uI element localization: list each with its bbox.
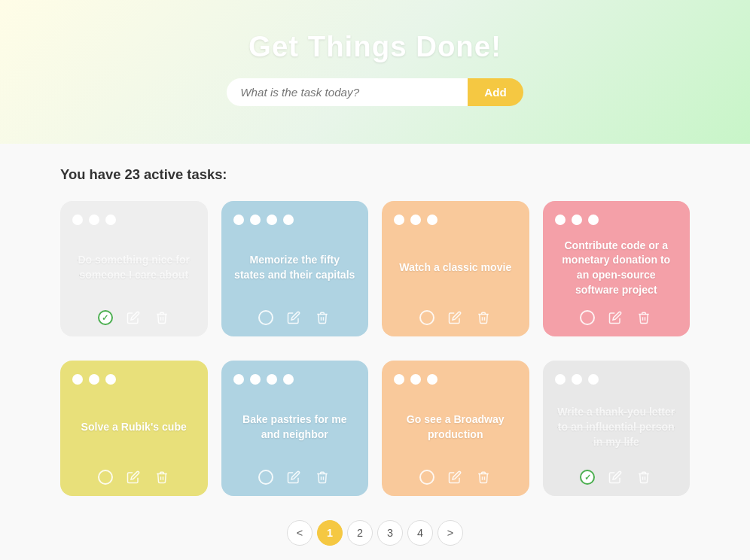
edit-button-6[interactable] <box>285 469 302 485</box>
card-title-4: Contribute code or a monetary donation t… <box>555 236 678 300</box>
card-actions-5 <box>98 469 170 485</box>
active-tasks-label: You have 23 active tasks: <box>60 166 690 183</box>
dot <box>410 215 421 225</box>
task-card-1: Do something nice for someone I care abo… <box>60 201 208 336</box>
card-dots-8 <box>555 374 599 385</box>
card-title-3: Watch a classic movie <box>399 236 511 300</box>
main-content: You have 23 active tasks: Do something n… <box>0 144 750 560</box>
dot <box>105 374 116 385</box>
dot <box>394 374 404 385</box>
edit-button-3[interactable] <box>447 309 463 326</box>
delete-button-5[interactable] <box>154 469 170 485</box>
card-dots-5 <box>72 374 116 385</box>
delete-button-6[interactable] <box>314 469 331 485</box>
prev-page-button[interactable]: < <box>287 520 312 546</box>
card-title-7: Go see a Broadway production <box>394 395 517 460</box>
task-card-6: Bake pastries for me and neighbor <box>221 361 369 496</box>
card-title-6: Bake pastries for me and neighbor <box>233 395 357 460</box>
task-card-7: Go see a Broadway production <box>382 361 529 496</box>
card-dots-1 <box>72 215 116 225</box>
dot <box>105 215 116 225</box>
app-title: Get Things Done! <box>15 30 735 63</box>
task-card-8: Write a thank-you letter to an influenti… <box>543 361 691 496</box>
card-dots-4 <box>555 215 599 225</box>
card-dots-6 <box>233 374 294 385</box>
dot <box>89 374 99 385</box>
dot <box>250 215 261 225</box>
delete-button-2[interactable] <box>314 309 331 326</box>
dot <box>555 215 566 225</box>
delete-button-8[interactable] <box>636 469 652 485</box>
card-dots-3 <box>394 215 438 225</box>
card-actions-6 <box>258 469 331 485</box>
edit-button-5[interactable] <box>125 469 142 485</box>
next-page-button[interactable]: > <box>438 520 463 546</box>
card-actions-1 <box>98 309 170 326</box>
edit-button-8[interactable] <box>607 469 623 485</box>
edit-button-7[interactable] <box>447 469 463 485</box>
card-dots-7 <box>394 374 438 385</box>
card-actions-4 <box>580 309 652 326</box>
complete-button-5[interactable] <box>98 470 113 485</box>
complete-button-4[interactable] <box>580 310 595 325</box>
dot <box>394 215 404 225</box>
page-button-2[interactable]: 2 <box>347 520 373 546</box>
dot <box>572 215 582 225</box>
card-grid-row1: Do something nice for someone I care abo… <box>60 201 690 336</box>
complete-button-3[interactable] <box>419 310 434 325</box>
task-card-2: Memorize the fifty states and their capi… <box>221 201 369 336</box>
dot <box>427 374 438 385</box>
edit-button-2[interactable] <box>285 309 302 326</box>
dot <box>410 374 421 385</box>
card-title-2: Memorize the fifty states and their capi… <box>233 236 357 300</box>
header-section: Get Things Done! Add <box>0 0 750 144</box>
complete-button-1[interactable] <box>98 310 113 325</box>
delete-button-1[interactable] <box>154 309 170 326</box>
dot <box>555 374 566 385</box>
complete-button-6[interactable] <box>258 470 273 485</box>
dot <box>72 374 83 385</box>
task-input-row: Add <box>15 78 735 106</box>
page-button-3[interactable]: 3 <box>377 520 403 546</box>
complete-button-7[interactable] <box>419 470 434 485</box>
dot <box>427 215 438 225</box>
dot <box>89 215 99 225</box>
page-button-4[interactable]: 4 <box>407 520 433 546</box>
task-card-4: Contribute code or a monetary donation t… <box>543 201 691 336</box>
complete-button-8[interactable] <box>580 470 595 485</box>
dot <box>233 215 244 225</box>
pagination: < 1 2 3 4 > <box>60 520 690 546</box>
card-actions-8 <box>580 469 652 485</box>
dot <box>267 215 277 225</box>
complete-button-2[interactable] <box>258 310 273 325</box>
card-actions-3 <box>419 309 492 326</box>
task-card-5: Solve a Rubik's cube <box>60 361 208 496</box>
dot <box>588 215 599 225</box>
dot <box>283 374 294 385</box>
card-title-8: Write a thank-you letter to an influenti… <box>555 395 678 460</box>
card-title-1: Do something nice for someone I care abo… <box>72 236 196 300</box>
card-actions-7 <box>419 469 492 485</box>
dot <box>267 374 277 385</box>
dot <box>283 215 294 225</box>
dot <box>72 215 83 225</box>
delete-button-7[interactable] <box>475 469 492 485</box>
card-title-5: Solve a Rubik's cube <box>81 395 187 460</box>
delete-button-4[interactable] <box>636 309 652 326</box>
dot <box>233 374 244 385</box>
add-button[interactable]: Add <box>468 78 523 106</box>
edit-button-1[interactable] <box>125 309 142 326</box>
delete-button-3[interactable] <box>475 309 492 326</box>
edit-button-4[interactable] <box>607 309 623 326</box>
page-button-1[interactable]: 1 <box>317 520 343 546</box>
task-input[interactable] <box>227 78 468 106</box>
dot <box>250 374 261 385</box>
card-grid-row2: Solve a Rubik's cube Bake pastries for m… <box>60 361 690 496</box>
task-card-3: Watch a classic movie <box>382 201 529 336</box>
dot <box>588 374 599 385</box>
dot <box>572 374 582 385</box>
card-dots-2 <box>233 215 294 225</box>
card-actions-2 <box>258 309 331 326</box>
